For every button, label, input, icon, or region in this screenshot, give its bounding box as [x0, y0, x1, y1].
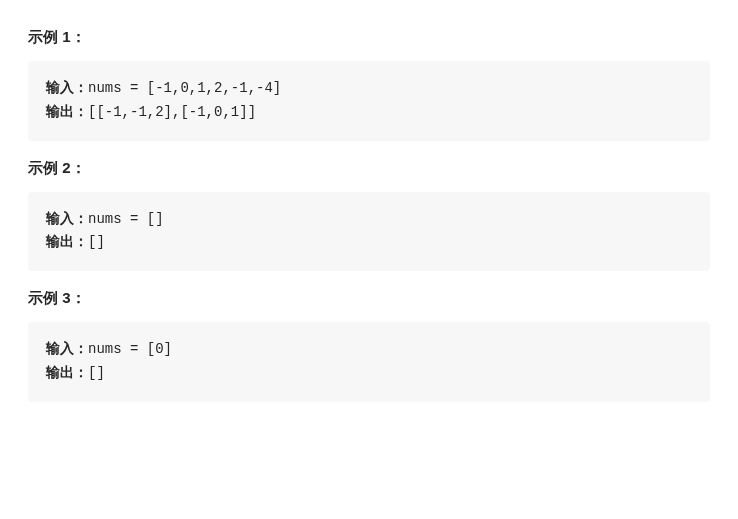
- output-line-3: 输出：[]: [46, 362, 692, 386]
- input-value: nums = []: [88, 211, 164, 227]
- input-line-3: 输入：nums = [0]: [46, 338, 692, 362]
- output-label: 输出：: [46, 365, 88, 381]
- input-label: 输入：: [46, 80, 88, 96]
- input-line-2: 输入：nums = []: [46, 208, 692, 232]
- input-label: 输入：: [46, 341, 88, 357]
- input-label: 输入：: [46, 211, 88, 227]
- output-value: []: [88, 365, 105, 381]
- code-block-3: 输入：nums = [0] 输出：[]: [28, 322, 710, 402]
- output-line-2: 输出：[]: [46, 231, 692, 255]
- example-heading-3: 示例 3：: [28, 289, 710, 308]
- example-heading-1: 示例 1：: [28, 28, 710, 47]
- output-value: []: [88, 234, 105, 250]
- input-value: nums = [-1,0,1,2,-1,-4]: [88, 80, 281, 96]
- output-label: 输出：: [46, 104, 88, 120]
- output-label: 输出：: [46, 234, 88, 250]
- input-value: nums = [0]: [88, 341, 172, 357]
- code-block-1: 输入：nums = [-1,0,1,2,-1,-4] 输出：[[-1,-1,2]…: [28, 61, 710, 141]
- output-value: [[-1,-1,2],[-1,0,1]]: [88, 104, 256, 120]
- code-block-2: 输入：nums = [] 输出：[]: [28, 192, 710, 272]
- input-line-1: 输入：nums = [-1,0,1,2,-1,-4]: [46, 77, 692, 101]
- example-heading-2: 示例 2：: [28, 159, 710, 178]
- output-line-1: 输出：[[-1,-1,2],[-1,0,1]]: [46, 101, 692, 125]
